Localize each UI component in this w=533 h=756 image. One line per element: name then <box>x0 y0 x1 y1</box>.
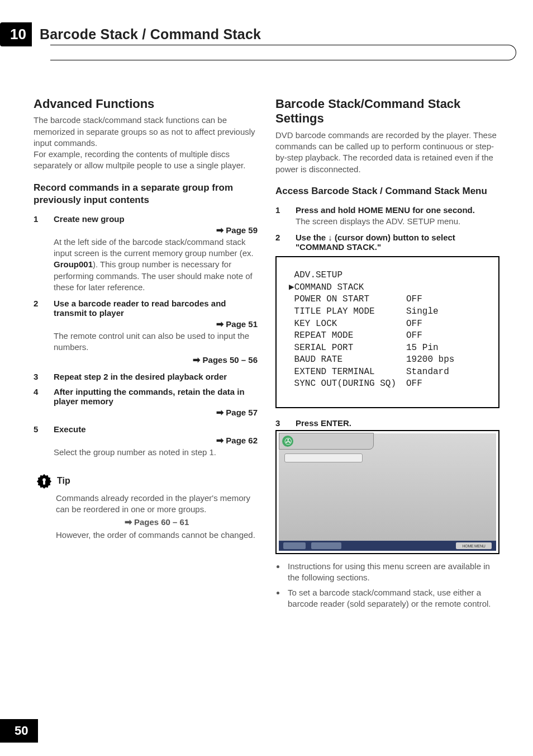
adv-row-value: Standard <box>406 366 449 379</box>
disc-icon: ✇ <box>282 436 293 447</box>
arrow-right-icon: ➡ <box>125 517 132 527</box>
step-number: 3 <box>275 418 296 428</box>
step-title: Use the ↓ (cursor down) button to select… <box>296 233 499 252</box>
subsection-access-menu: Access Barcode Stack / Command Stack Men… <box>275 185 499 197</box>
nav-chip <box>311 542 341 549</box>
step-title: Create new group <box>54 214 258 224</box>
nav-chip-icon <box>283 542 306 549</box>
adv-row-value: OFF <box>406 294 422 306</box>
page-ref: ➡ Page 57 <box>54 407 258 418</box>
step-title: Press and hold HOME MENU for one second. <box>296 205 499 215</box>
step-5: 5 Execute ➡ Page 62 Select the group num… <box>34 424 258 458</box>
adv-row-label: KEY LOCK <box>289 318 406 330</box>
step-number: 1 <box>275 205 296 227</box>
step-body-text: The remote control unit can also be used… <box>54 330 258 353</box>
arrow-right-icon: ➡ <box>216 225 223 235</box>
section-heading-advanced-functions: Advanced Functions <box>34 97 258 111</box>
adv-setup-title: ADV.SETUP <box>289 270 406 282</box>
list-item: Instructions for using this menu screen … <box>285 561 499 584</box>
step-number: 5 <box>34 424 54 458</box>
page-ref-text: Pages 60 – 61 <box>134 517 189 527</box>
adv-row-label: POWER ON START <box>289 294 406 306</box>
tip-label: Tip <box>57 476 70 486</box>
step-number: 1 <box>34 214 54 293</box>
right-column: Barcode Stack/Command Stack Settings DVD… <box>275 97 499 613</box>
step-title: Use a barcode reader to read barcodes an… <box>54 299 258 318</box>
section-heading-settings: Barcode Stack/Command Stack Settings <box>275 97 499 126</box>
step-2: 2 Use a barcode reader to read barcodes … <box>34 299 258 366</box>
cursor-down-icon: ↓ <box>328 233 332 242</box>
adv-row-label: SERIAL PORT <box>289 342 406 355</box>
chapter-title: Barcode Stack / Command Stack <box>40 26 499 42</box>
home-menu-chip: HOME MENU <box>456 542 492 549</box>
adv-row-value: 15 Pin <box>406 342 439 355</box>
page-ref-text: Page 51 <box>226 319 258 329</box>
step-number: 2 <box>34 299 54 366</box>
step-body-text: At the left side of the barcode stack/co… <box>54 237 258 293</box>
settings-intro: DVD barcode commands are recorded by the… <box>275 130 499 175</box>
step-title: Execute <box>54 424 258 434</box>
page-ref-text: Page 59 <box>226 225 258 235</box>
step-number: 4 <box>34 387 54 419</box>
adv-setup-cursor-row: ▶COMMAND STACK <box>289 282 406 294</box>
page-number-badge: 50 <box>0 719 38 743</box>
adv-row-value: Single <box>406 306 439 318</box>
step-4: 4 After inputting the commands, retain t… <box>34 387 258 419</box>
adv-row-value: OFF <box>406 330 422 342</box>
adv-row-value: OFF <box>406 378 422 390</box>
chapter-number-badge: 10 <box>0 22 32 46</box>
arrow-right-icon: ➡ <box>193 355 200 365</box>
adv-row-label: BAUD RATE <box>289 354 406 366</box>
screen-bottom-bar: HOME MENU <box>279 541 496 551</box>
tip-text-2: However, the order of commands cannot be… <box>56 530 258 541</box>
subsection-record-commands: Record commands in a separate group from… <box>34 182 258 206</box>
chapter-header: 10 Barcode Stack / Command Stack <box>34 22 499 46</box>
adv-setup-screen: ADV.SETUP ▶COMMAND STACK POWER ON STARTO… <box>275 256 499 408</box>
step-body-text: The screen displays the ADV. SETUP menu. <box>296 216 499 227</box>
adv-row-label: REPEAT MODE <box>289 330 406 342</box>
right-step-2: 2 Use the ↓ (cursor down) button to sele… <box>275 233 499 252</box>
arrow-right-icon: ➡ <box>216 436 223 445</box>
step-body-text: Select the group number as noted in step… <box>54 447 258 458</box>
right-step-1: 1 Press and hold HOME MENU for one secon… <box>275 205 499 227</box>
svg-point-0 <box>42 478 46 481</box>
group-example: Group001 <box>54 259 93 269</box>
header-outline <box>50 45 516 60</box>
step-title: Press ENTER. <box>296 418 499 428</box>
step-title: Repeat step 2 in the desired playback or… <box>54 372 258 381</box>
step-title: After inputting the commands, retain the… <box>54 387 258 406</box>
tip-text-1: Commands already recorded in the player'… <box>56 493 258 516</box>
step-3: 3 Repeat step 2 in the desired playback … <box>34 372 258 381</box>
step-1: 1 Create new group ➡ Page 59 At the left… <box>34 214 258 293</box>
advanced-functions-intro: The barcode stack/command stack function… <box>34 115 258 171</box>
adv-row-label: TITLE PLAY MODE <box>289 306 406 318</box>
arrow-right-icon: ➡ <box>216 408 223 417</box>
left-column: Advanced Functions The barcode stack/com… <box>34 97 258 613</box>
page-ref-text: Pages 50 – 56 <box>203 355 258 365</box>
svg-rect-1 <box>43 481 45 485</box>
gear-tip-icon <box>36 472 53 489</box>
page-ref-text: Page 57 <box>226 408 258 417</box>
list-item: To set a barcode stack/command stack, us… <box>285 587 499 610</box>
tip-body: Commands already recorded in the player'… <box>56 493 258 541</box>
page-ref: ➡ Pages 60 – 61 <box>56 516 258 528</box>
page-ref-text: Page 62 <box>226 436 258 445</box>
step-number: 3 <box>34 372 54 381</box>
adv-row-value: OFF <box>406 318 422 330</box>
tip-header: Tip <box>34 472 258 489</box>
page-ref: ➡ Page 62 <box>54 435 258 446</box>
notes-list: Instructions for using this menu screen … <box>285 561 499 609</box>
page-ref: ➡ Pages 50 – 56 <box>54 355 258 365</box>
adv-row-value: 19200 bps <box>406 354 454 366</box>
adv-row-label: SYNC OUT(DURING SQ) <box>289 378 406 390</box>
page-ref: ➡ Page 59 <box>54 225 258 235</box>
command-stack-screen: ✇ HOME MENU <box>275 430 499 554</box>
page-ref: ➡ Page 51 <box>54 319 258 329</box>
right-step-3: 3 Press ENTER. <box>275 418 499 428</box>
arrow-right-icon: ➡ <box>216 319 223 329</box>
step-number: 2 <box>275 233 296 252</box>
screen-input-field <box>284 453 363 462</box>
adv-row-label: EXTEND TERMINAL <box>289 366 406 379</box>
